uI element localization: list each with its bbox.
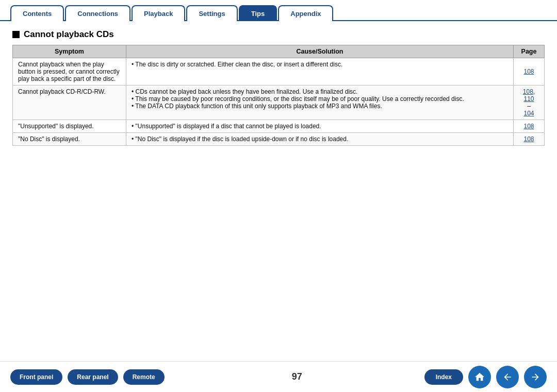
index-button[interactable]: Index	[424, 369, 463, 385]
tab-playback[interactable]: Playback	[132, 5, 185, 21]
cause-cell: • "Unsupported" is displayed if a disc t…	[126, 120, 514, 133]
main-content: Cannot playback CDs Symptom Cause/Soluti…	[0, 21, 557, 154]
table-row: "No Disc" is displayed. • "No Disc" is d…	[13, 133, 545, 146]
tab-appendix[interactable]: Appendix	[278, 5, 333, 21]
back-button[interactable]	[496, 366, 519, 388]
col-header-page: Page	[514, 45, 545, 58]
back-arrow-icon	[502, 372, 513, 382]
table-row: Cannot playback when the play button is …	[13, 58, 545, 86]
troubleshoot-table: Symptom Cause/Solution Page Cannot playb…	[12, 45, 545, 146]
tab-tips[interactable]: Tips	[239, 5, 277, 21]
footer-right-buttons: Index	[424, 366, 547, 388]
symptom-cell: Cannot playback when the play button is …	[13, 58, 126, 86]
page-cell: 108, 110 – 104	[514, 86, 545, 120]
forward-arrow-icon	[530, 372, 540, 382]
forward-button[interactable]	[524, 366, 547, 388]
tab-connections[interactable]: Connections	[65, 5, 130, 21]
table-row: "Unsupported" is displayed. • "Unsupport…	[13, 120, 545, 133]
cause-cell: • The disc is dirty or scratched. Either…	[126, 58, 514, 86]
page-number: 97	[170, 371, 424, 382]
section-title-text: Cannot playback CDs	[24, 29, 114, 40]
footer-left-buttons: Front panel Rear panel Remote	[10, 369, 165, 385]
page-cell: 108	[514, 120, 545, 133]
footer: Front panel Rear panel Remote 97 Index	[0, 361, 557, 392]
remote-button[interactable]: Remote	[123, 369, 165, 385]
symptom-cell: Cannot playback CD-R/CD-RW.	[13, 86, 126, 120]
home-icon	[474, 371, 485, 383]
symptom-cell: "No Disc" is displayed.	[13, 133, 126, 146]
tab-settings[interactable]: Settings	[186, 5, 237, 21]
cause-cell: • "No Disc" is displayed if the disc is …	[126, 133, 514, 146]
section-icon	[12, 31, 20, 38]
section-title: Cannot playback CDs	[12, 29, 545, 40]
symptom-cell: "Unsupported" is displayed.	[13, 120, 126, 133]
col-header-cause: Cause/Solution	[126, 45, 514, 58]
cause-cell: • CDs cannot be played back unless they …	[126, 86, 514, 120]
tab-contents[interactable]: Contents	[10, 5, 64, 21]
home-button[interactable]	[468, 366, 491, 388]
front-panel-button[interactable]: Front panel	[10, 369, 62, 385]
page-cell: 108	[514, 133, 545, 146]
tab-navigation: Contents Connections Playback Settings T…	[0, 0, 557, 21]
col-header-symptom: Symptom	[13, 45, 126, 58]
table-row: Cannot playback CD-R/CD-RW. • CDs cannot…	[13, 86, 545, 120]
page-cell: 108	[514, 58, 545, 86]
rear-panel-button[interactable]: Rear panel	[68, 369, 118, 385]
